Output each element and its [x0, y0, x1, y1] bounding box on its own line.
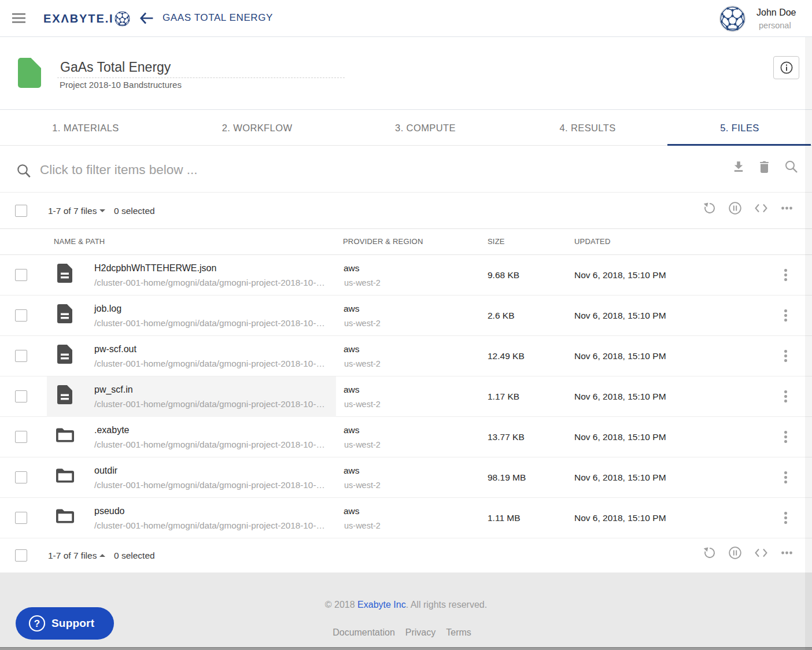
svg-text:?: ? — [34, 618, 40, 629]
